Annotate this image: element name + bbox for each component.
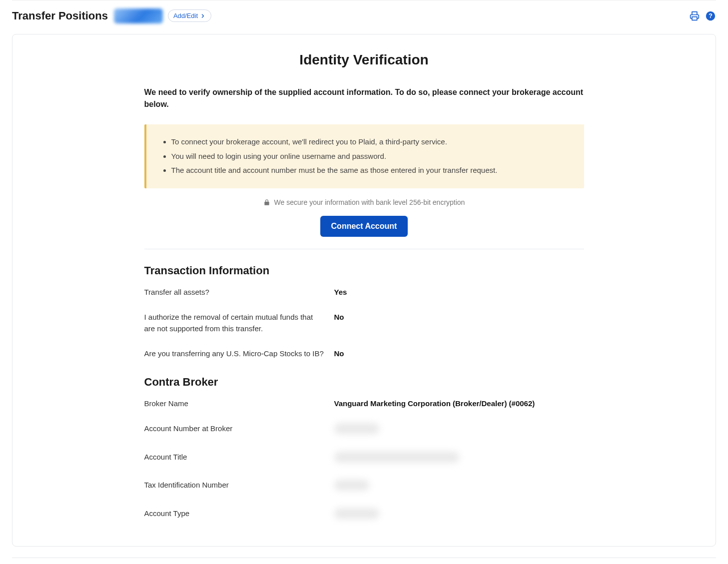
- kv-row: Account Type: [144, 508, 584, 523]
- kv-row: Broker Name Vanguard Marketing Corporati…: [144, 398, 584, 410]
- kv-value-redacted: [334, 423, 379, 438]
- kv-label: Tax Identification Number: [144, 480, 334, 491]
- svg-rect-0: [692, 16, 697, 20]
- intro-text: We need to verify ownership of the suppl…: [144, 86, 584, 110]
- svg-text:?: ?: [709, 12, 713, 19]
- connect-account-button[interactable]: Connect Account: [320, 216, 408, 237]
- lock-icon: [263, 199, 270, 206]
- kv-label: I authorize the removal of certain mutua…: [144, 312, 334, 334]
- section-heading-contra: Contra Broker: [144, 374, 584, 390]
- kv-row: Transfer all assets? Yes: [144, 287, 584, 298]
- kv-row: I authorize the removal of certain mutua…: [144, 312, 584, 334]
- kv-label: Account Number at Broker: [144, 423, 334, 435]
- kv-label: Broker Name: [144, 398, 334, 410]
- kv-row: Are you transferring any U.S. Micro-Cap …: [144, 348, 584, 360]
- secure-note: We secure your information with bank lev…: [144, 197, 584, 208]
- kv-value-redacted: [334, 508, 379, 523]
- kv-label: Transfer all assets?: [144, 287, 334, 298]
- footer-bar: Back: [12, 558, 716, 564]
- kv-label: Account Type: [144, 508, 334, 520]
- info-item: You will need to login using your online…: [171, 151, 573, 162]
- kv-row: Account Title: [144, 452, 584, 466]
- kv-value: Vanguard Marketing Corporation (Broker/D…: [334, 398, 535, 410]
- info-callout: To connect your brokerage account, we'll…: [144, 124, 584, 188]
- page-header: Transfer Positions Add/Edit ?: [12, 0, 716, 30]
- kv-row: Account Number at Broker: [144, 423, 584, 438]
- kv-value: No: [334, 348, 344, 360]
- add-edit-label: Add/Edit: [173, 12, 198, 19]
- kv-value: No: [334, 312, 344, 323]
- info-item: To connect your brokerage account, we'll…: [171, 136, 573, 148]
- account-redacted-badge: [114, 8, 163, 23]
- print-icon[interactable]: [689, 10, 700, 21]
- help-icon[interactable]: ?: [705, 10, 716, 21]
- info-item: The account title and account number mus…: [171, 165, 573, 176]
- kv-value-redacted: [334, 452, 459, 466]
- section-heading-identity: Identity Verification: [144, 49, 584, 70]
- kv-value-redacted: [334, 480, 369, 494]
- page-title: Transfer Positions: [12, 7, 108, 24]
- divider: [144, 249, 584, 249]
- kv-row: Tax Identification Number: [144, 480, 584, 494]
- add-edit-button[interactable]: Add/Edit: [168, 9, 211, 22]
- main-card: Identity Verification We need to verify …: [12, 34, 716, 547]
- section-heading-transaction: Transaction Information: [144, 262, 584, 279]
- secure-text: We secure your information with bank lev…: [274, 197, 465, 208]
- kv-label: Are you transferring any U.S. Micro-Cap …: [144, 348, 334, 360]
- kv-value: Yes: [334, 287, 347, 298]
- kv-label: Account Title: [144, 452, 334, 463]
- chevron-right-icon: [200, 13, 206, 19]
